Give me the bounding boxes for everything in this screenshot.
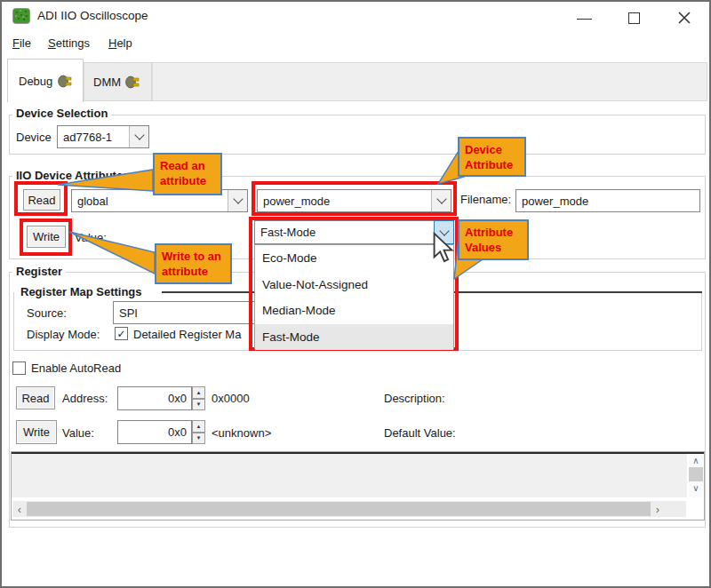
tab-dmm[interactable]: DMM — [84, 62, 152, 101]
attr-value-combobox-value: Fast-Mode — [255, 221, 435, 243]
address-input[interactable]: 0x0 — [117, 386, 192, 410]
device-attribute-highlight — [252, 181, 457, 216]
vertical-scrollbar[interactable]: ∧ ∨ — [689, 454, 703, 497]
tab-strip-filler — [152, 62, 707, 101]
checkmark-icon: ✓ — [116, 328, 125, 340]
plug-icon — [58, 75, 72, 88]
register-read-button[interactable]: Read — [16, 386, 55, 409]
callout-read-attribute: Read an attribute — [153, 153, 222, 195]
display-mode-label: Display Mode: — [27, 328, 100, 342]
filename-field[interactable]: power_mode — [515, 189, 700, 212]
callout-attribute-values: Attribute Values — [458, 219, 529, 260]
window-title: ADI IIO Oscilloscope — [37, 9, 148, 23]
attr-value-dropdown-list: Eco-Mode Value-Not-Assigned Median-Mode … — [254, 244, 454, 349]
plug-icon — [125, 75, 140, 89]
dropdown-option[interactable]: Median-Mode — [255, 298, 453, 324]
dropdown-option-highlighted[interactable]: Fast-Mode — [255, 324, 453, 351]
device-combobox[interactable]: ad7768-1 — [57, 125, 149, 148]
register-value-stepper[interactable]: ▲ ▼ — [192, 420, 205, 444]
horizontal-scrollbar-thumb[interactable] — [27, 502, 651, 516]
source-label: Source: — [27, 306, 67, 321]
register-value-input[interactable]: 0x0 — [117, 420, 192, 444]
horizontal-scrollbar[interactable]: ‹ › — [12, 501, 686, 517]
tab-debug-label: Debug — [19, 75, 52, 88]
description-label: Description: — [384, 392, 445, 406]
app-icon — [12, 8, 30, 24]
enable-autoread-label: Enable AutoRead — [31, 362, 121, 376]
register-map-canvas[interactable] — [12, 454, 687, 497]
vertical-scrollbar-thumb[interactable] — [689, 467, 703, 481]
callout-write-attribute: Write to an attribute — [155, 243, 232, 284]
app-window: ADI IIO Oscilloscope File Settings Help … — [0, 0, 711, 588]
maximize-button[interactable] — [620, 2, 658, 28]
title-bar: ADI IIO Oscilloscope — [2, 2, 709, 28]
register-map-settings-title: Register Map Settings — [17, 285, 146, 299]
chevron-down-icon[interactable] — [129, 126, 148, 147]
dropdown-option[interactable]: Value-Not-Assigned — [255, 272, 453, 298]
dropdown-option[interactable]: Eco-Mode — [255, 245, 453, 272]
default-value-label: Default Value: — [384, 426, 456, 441]
minimize-button[interactable] — [571, 2, 608, 28]
write-button-highlight — [20, 219, 72, 256]
callout-pointer — [66, 226, 159, 279]
register-title: Register — [12, 265, 66, 279]
register-value-label: Value: — [62, 426, 94, 441]
spin-up-icon[interactable]: ▲ — [192, 420, 205, 433]
scroll-down-icon[interactable]: ∨ — [689, 481, 703, 495]
callout-device-attribute: Device Attribute — [458, 137, 526, 177]
close-icon — [677, 11, 691, 25]
display-mode-checkbox[interactable]: ✓ — [115, 327, 128, 340]
minimize-icon — [577, 19, 592, 20]
menu-file[interactable]: File — [12, 36, 31, 51]
enable-autoread-checkbox[interactable] — [12, 362, 26, 375]
tab-debug[interactable]: Debug — [7, 59, 84, 102]
scroll-up-icon[interactable]: ∧ — [689, 454, 703, 467]
device-selection-title: Device Selection — [12, 107, 111, 121]
scroll-left-icon[interactable]: ‹ — [12, 501, 27, 517]
tab-dmm-label: DMM — [93, 75, 121, 89]
menu-help[interactable]: Help — [108, 36, 132, 51]
spin-down-icon[interactable]: ▼ — [192, 433, 205, 445]
menu-bar: File Settings Help — [2, 28, 709, 55]
display-mode-option-label: Detailed Register Ma — [133, 328, 241, 342]
register-write-button[interactable]: Write — [16, 420, 57, 444]
register-value-readout: <unknown> — [212, 426, 271, 441]
address-stepper[interactable]: ▲ ▼ — [192, 386, 205, 410]
chevron-down-icon[interactable] — [228, 190, 247, 211]
maximize-icon — [628, 12, 640, 24]
menu-settings[interactable]: Settings — [48, 36, 90, 51]
callout-pointer — [55, 166, 157, 197]
device-label: Device — [16, 131, 52, 145]
filename-label: Filename: — [460, 193, 511, 207]
mouse-cursor-icon — [432, 232, 455, 264]
attr-value-combobox[interactable]: Fast-Mode — [254, 220, 454, 244]
scroll-right-icon[interactable]: › — [651, 501, 665, 517]
address-label: Address: — [62, 392, 108, 406]
address-readout: 0x0000 — [212, 392, 250, 406]
device-combobox-value: ad7768-1 — [58, 126, 129, 147]
close-button[interactable] — [668, 2, 709, 28]
spin-down-icon[interactable]: ▼ — [192, 399, 205, 411]
spin-up-icon[interactable]: ▲ — [192, 386, 205, 399]
